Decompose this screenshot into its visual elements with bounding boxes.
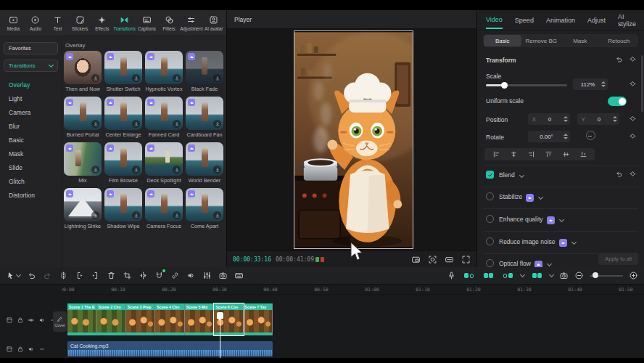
- topbar-item-effects[interactable]: Effects: [92, 11, 113, 36]
- chevron-down-icon[interactable]: [547, 261, 552, 266]
- crop-tool[interactable]: [123, 271, 132, 280]
- uniform-scale-toggle[interactable]: [608, 97, 627, 106]
- scale-value-stepper[interactable]: 112%: [573, 78, 608, 90]
- transition-shadow-wipe[interactable]: Shadow Wipe: [104, 188, 142, 229]
- lock-icon[interactable]: [17, 346, 24, 353]
- lock-icon[interactable]: [17, 317, 24, 324]
- fullscreen-icon[interactable]: [461, 255, 471, 264]
- sidebar-item-mask[interactable]: Mask: [0, 147, 62, 160]
- topbar-item-adjustment[interactable]: Adjustment: [181, 11, 202, 36]
- clip-scene-1-the-b[interactable]: Scene 1 The B: [67, 303, 96, 335]
- subtab-retouch[interactable]: Retouch: [600, 35, 638, 46]
- tab-animation[interactable]: Animation: [546, 12, 575, 28]
- transition-lightning-strike[interactable]: Lightning Strike: [64, 188, 102, 229]
- transition-black-fade[interactable]: Black Fade: [186, 51, 223, 92]
- download-icon[interactable]: [91, 166, 99, 174]
- trim-right-tool[interactable]: [91, 271, 100, 280]
- download-icon[interactable]: [132, 74, 140, 82]
- keyframe-icon[interactable]: [629, 80, 637, 88]
- download-icon[interactable]: [173, 211, 181, 219]
- tab-speed[interactable]: Speed: [515, 12, 534, 28]
- download-icon[interactable]: [91, 74, 99, 82]
- download-icon[interactable]: [213, 211, 221, 219]
- apply-to-all-button[interactable]: Apply to all: [598, 253, 638, 265]
- sidebar-item-camera[interactable]: Camera: [0, 105, 62, 119]
- transition-film-browse[interactable]: Film Browse: [104, 142, 142, 184]
- download-icon[interactable]: [173, 74, 181, 82]
- topbar-item-stickers[interactable]: Stickers: [70, 11, 91, 36]
- transform-title[interactable]: Transform: [486, 57, 516, 64]
- timeline-feature-toggle-1[interactable]: [462, 272, 476, 280]
- chevron-down-icon[interactable]: [549, 272, 554, 277]
- align-b-icon[interactable]: [579, 150, 587, 158]
- reset-icon[interactable]: [615, 55, 623, 63]
- transition-fanned-card[interactable]: Fanned Card: [145, 97, 183, 138]
- topbar-item-audio[interactable]: Audio: [25, 11, 46, 36]
- focus-icon[interactable]: [428, 255, 437, 264]
- download-icon[interactable]: [91, 211, 99, 219]
- timeline-feature-toggle-4[interactable]: [530, 272, 544, 280]
- cursor-tool[interactable]: [6, 271, 20, 280]
- timeline-zoom-knob[interactable]: [593, 272, 598, 278]
- rotate-stepper[interactable]: 0.00°: [528, 131, 570, 142]
- transition-then-and-now[interactable]: Then and Now: [64, 51, 102, 92]
- keyframe-icon[interactable]: [629, 115, 637, 123]
- reset-icon[interactable]: [615, 170, 623, 178]
- download-icon[interactable]: [213, 74, 221, 82]
- mute-icon[interactable]: [38, 317, 46, 324]
- download-icon[interactable]: [132, 120, 140, 128]
- timeline-feature-toggle-3[interactable]: [501, 272, 515, 280]
- keyboard-tool[interactable]: [234, 271, 244, 280]
- transition-cardboard-fan[interactable]: Cardboard Fan: [186, 97, 223, 138]
- scale-slider[interactable]: [486, 84, 567, 86]
- chevron-down-icon[interactable]: [520, 272, 525, 277]
- reduce-image-noise-checkbox[interactable]: [486, 237, 494, 245]
- subtab-remove-bg[interactable]: Remove BG: [523, 35, 561, 46]
- position-y-stepper[interactable]: Y 0: [577, 113, 619, 125]
- track-options-icon[interactable]: [6, 317, 13, 324]
- tab-adjust[interactable]: Adjust: [587, 12, 606, 28]
- topbar-item-text[interactable]: Text: [47, 11, 68, 36]
- align-r-icon[interactable]: [527, 150, 535, 158]
- timeline-zoom-slider[interactable]: [590, 275, 623, 277]
- download-icon[interactable]: [132, 166, 140, 174]
- tab-video[interactable]: Video: [486, 11, 503, 29]
- clip-scene-2-cho[interactable]: Scene 2 Cho: [96, 303, 125, 335]
- keyframe-icon[interactable]: [629, 132, 637, 140]
- transition-deck-spotlight[interactable]: Deck Spotlight: [145, 142, 183, 184]
- download-icon[interactable]: [173, 166, 181, 174]
- snapshot-tool[interactable]: [218, 271, 228, 280]
- mic-icon[interactable]: [447, 271, 456, 280]
- mute-icon[interactable]: [28, 346, 35, 353]
- link-tool[interactable]: [170, 271, 180, 280]
- scale-slider-knob[interactable]: [501, 82, 508, 89]
- chevron-down-icon[interactable]: [538, 195, 543, 200]
- redo-tool[interactable]: [43, 271, 52, 280]
- align-ch-icon[interactable]: [562, 150, 570, 158]
- optical-flow-checkbox[interactable]: [486, 259, 494, 267]
- chevron-down-icon[interactable]: [519, 173, 524, 178]
- delete-tool[interactable]: [107, 271, 116, 280]
- download-icon[interactable]: [132, 211, 140, 219]
- cover-button[interactable]: Cover: [53, 311, 67, 332]
- transition-come-apart[interactable]: Come Apart: [186, 188, 223, 229]
- zoom-out-icon[interactable]: [574, 271, 584, 280]
- green-indicator[interactable]: [315, 257, 319, 262]
- enhance-quality-checkbox[interactable]: [486, 215, 494, 223]
- transition-hypnotic-vortex[interactable]: Hypnotic Vortex: [145, 51, 183, 92]
- inspector-scrollbar[interactable]: [641, 55, 643, 112]
- zoom-in-icon[interactable]: [629, 271, 638, 280]
- transition-burned-portal[interactable]: Burned Portal: [64, 97, 102, 138]
- chevron-down-icon[interactable]: [571, 240, 576, 245]
- topbar-item-ai-avatar[interactable]: AI avatar: [203, 11, 224, 36]
- chevron-down-icon[interactable]: [558, 217, 564, 222]
- align-t-icon[interactable]: [545, 150, 553, 158]
- undo-tool[interactable]: [27, 271, 36, 280]
- subtab-basic[interactable]: Basic: [484, 35, 521, 46]
- keyframe-icon[interactable]: [629, 170, 637, 178]
- mirror-tool[interactable]: [139, 271, 148, 280]
- magnet-tool[interactable]: [154, 271, 164, 280]
- topbar-item-captions[interactable]: Captions: [136, 11, 157, 36]
- track-options-icon[interactable]: [6, 346, 13, 353]
- preview-video[interactable]: [294, 30, 413, 249]
